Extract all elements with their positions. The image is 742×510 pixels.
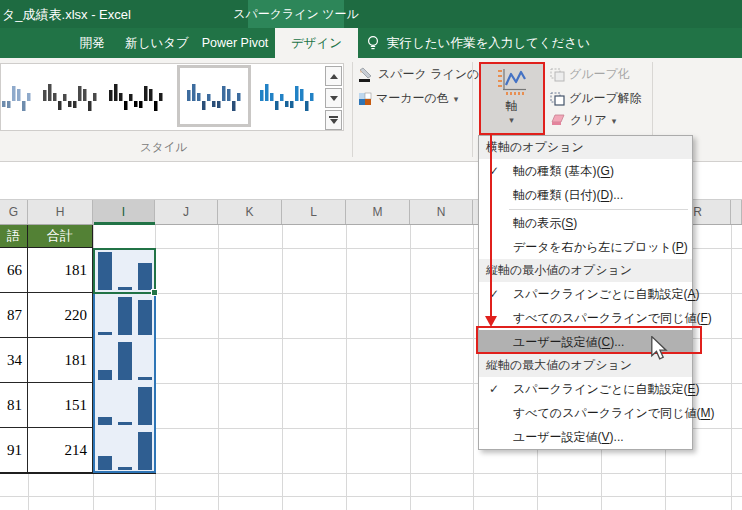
- sparkline-style-gallery: [0, 63, 344, 131]
- column-header-g[interactable]: G: [0, 200, 28, 224]
- annotation-box-axis-button: [479, 62, 545, 135]
- axis-dropdown-menu: 横軸のオプション ✓ 軸の種類 (基本)(G) 軸の種類 (日付)(D)... …: [478, 135, 693, 450]
- sparkline-style-preview-icon: [0, 75, 32, 117]
- sparkline-style-thumbnail[interactable]: [39, 68, 101, 124]
- window-title: タ_成績表.xlsx - Excel: [2, 6, 131, 24]
- column-header-n[interactable]: N: [410, 200, 473, 224]
- cell-g-row5[interactable]: 91: [0, 428, 28, 473]
- tab-developer[interactable]: 開発: [66, 28, 118, 58]
- sparkline-bar: [98, 370, 112, 380]
- table-header-cell-total[interactable]: 合計: [28, 225, 93, 248]
- column-header-i-selected[interactable]: I: [93, 200, 155, 224]
- annotation-arrow-line: [490, 135, 492, 317]
- menu-item-show-axis[interactable]: 軸の表示(S): [479, 211, 692, 235]
- sparkline-bar: [98, 456, 112, 470]
- sparkline-style-thumbnail[interactable]: [0, 68, 35, 124]
- cell-g-row2[interactable]: 87: [0, 293, 28, 338]
- sparkline-style-thumbnail[interactable]: [105, 68, 167, 124]
- column-header-j[interactable]: J: [155, 200, 218, 224]
- gridline: [473, 225, 474, 510]
- tab-power-pivot[interactable]: Power Pivot: [196, 28, 274, 58]
- ungroup-button-label: グループ解除: [569, 90, 642, 107]
- group-icon: [550, 68, 565, 82]
- menu-item-plot-right-to-left[interactable]: データを右から左にプロット(P): [479, 235, 692, 259]
- gridline: [410, 225, 411, 510]
- triangle-down-icon: [330, 96, 338, 101]
- gallery-scroll-up-button[interactable]: [325, 66, 342, 86]
- sparkline-bar: [118, 467, 132, 470]
- tell-me-label: 実行したい作業を入力してください: [387, 35, 590, 52]
- cell-g-row4[interactable]: 81: [0, 383, 28, 428]
- ungroup-button[interactable]: グループ解除: [550, 90, 642, 107]
- active-cell-border: [93, 248, 156, 294]
- column-header-l[interactable]: L: [282, 200, 346, 224]
- cell-h-row1[interactable]: 181: [28, 248, 93, 293]
- cell-h-row4[interactable]: 151: [28, 383, 93, 428]
- gallery-more-button[interactable]: [325, 110, 342, 130]
- gridline: [731, 225, 732, 510]
- sparkline-bar: [138, 387, 152, 425]
- menu-item-max-auto[interactable]: ✓ スパークラインごとに自動設定(E): [479, 377, 692, 401]
- cell-h-row2[interactable]: 220: [28, 293, 93, 338]
- cell-g-row1[interactable]: 66: [0, 248, 28, 293]
- gridline: [346, 225, 347, 510]
- column-header-k[interactable]: K: [218, 200, 282, 224]
- eraser-icon: [550, 114, 566, 127]
- checkmark-icon: ✓: [489, 382, 499, 396]
- sparkline-cell-row3[interactable]: [98, 342, 152, 380]
- lightbulb-icon: [366, 35, 380, 51]
- sparkline-style-thumbnail-selected[interactable]: [177, 65, 251, 127]
- sparkline-cell-row5[interactable]: [98, 432, 152, 470]
- gridline: [218, 225, 219, 510]
- marker-color-button[interactable]: マーカーの色 ▾: [358, 90, 458, 107]
- more-styles-icon: [329, 116, 338, 118]
- sparkline-bar: [98, 417, 112, 425]
- menu-item-max-same-for-all[interactable]: すべてのスパークラインで同じ値(M): [479, 401, 692, 425]
- sparkline-style-preview-icon: [42, 75, 98, 117]
- group-button: グループ化: [550, 66, 630, 83]
- ungroup-icon: [550, 92, 565, 106]
- triangle-up-icon: [330, 74, 338, 79]
- sparkline-bar: [118, 422, 132, 425]
- sparkline-bar: [118, 297, 132, 335]
- sparkline-style-thumbnail[interactable]: [256, 68, 318, 124]
- style-group-label: スタイル: [140, 140, 187, 155]
- mouse-cursor: [648, 336, 670, 363]
- sparkline-color-label: スパーク ラインの色: [378, 66, 491, 83]
- gridline: [0, 496, 742, 497]
- gallery-scroll-down-button[interactable]: [325, 88, 342, 108]
- menu-header-vertical-axis-min: 縦軸の最小値のオプション: [479, 259, 692, 282]
- menu-item-axis-type-general[interactable]: ✓ 軸の種類 (基本)(G): [479, 159, 692, 183]
- cell-g-row3[interactable]: 34: [0, 338, 28, 383]
- tab-design[interactable]: デザイン: [275, 28, 358, 58]
- pen-icon: [358, 67, 374, 83]
- sparkline-cell-row2[interactable]: [98, 297, 152, 335]
- group-button-label: グループ化: [569, 66, 630, 83]
- sparkline-bar: [98, 332, 112, 335]
- menu-item-max-custom-value[interactable]: ユーザー設定値(V)...: [479, 425, 692, 449]
- menu-header-horizontal-axis: 横軸のオプション: [479, 136, 692, 159]
- menu-item-min-auto[interactable]: ✓ スパークラインごとに自動設定(A): [479, 282, 692, 306]
- ribbon-separator: [472, 62, 473, 157]
- table-header-cell-g[interactable]: 語: [0, 225, 28, 248]
- caret-down-icon: ▾: [612, 116, 617, 126]
- fill-handle[interactable]: [151, 289, 158, 296]
- menu-item-axis-type-date[interactable]: 軸の種類 (日付)(D)...: [479, 183, 692, 207]
- sparkline-bar: [118, 342, 132, 380]
- caret-down-icon: ▾: [454, 94, 459, 104]
- clear-button[interactable]: クリア ▾: [550, 112, 616, 129]
- column-header-h[interactable]: H: [28, 200, 93, 224]
- tab-new-tab[interactable]: 新しいタブ: [120, 28, 194, 58]
- cell-h-row5[interactable]: 214: [28, 428, 93, 473]
- clear-button-label: クリア: [570, 112, 607, 129]
- tell-me-search[interactable]: 実行したい作業を入力してください: [366, 28, 590, 58]
- ribbon-separator: [352, 62, 353, 157]
- sparkline-cell-row4[interactable]: [98, 387, 152, 425]
- marker-color-icon: [358, 92, 372, 106]
- column-header-partial[interactable]: [731, 200, 742, 224]
- sparkline-style-preview-icon: [259, 75, 315, 117]
- marker-color-label: マーカーの色: [376, 90, 449, 107]
- column-header-m[interactable]: M: [346, 200, 410, 224]
- cell-h-row3[interactable]: 181: [28, 338, 93, 383]
- triangle-down-icon: [330, 119, 338, 124]
